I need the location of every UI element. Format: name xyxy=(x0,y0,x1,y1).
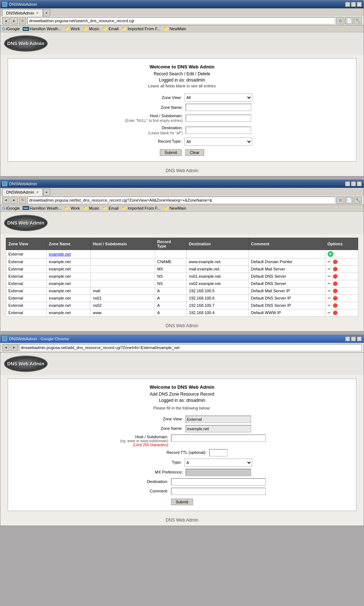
address-input-3[interactable] xyxy=(19,344,362,351)
refresh-btn-2[interactable]: ↻ xyxy=(19,197,26,204)
bookmark-hamilton[interactable]: twc Hamilton Weath... xyxy=(23,27,62,31)
col-host: Host / Subdomain xyxy=(91,238,155,250)
forward-btn-3[interactable]: ► xyxy=(11,344,18,351)
folder-icon-music-1: 📁 xyxy=(83,26,88,31)
add-destination-input[interactable] xyxy=(171,478,266,486)
record-type-select[interactable]: All xyxy=(185,138,252,146)
host-input[interactable] xyxy=(186,115,251,122)
star-icon-1[interactable]: ☆ xyxy=(336,17,344,24)
add-record-btn[interactable]: + xyxy=(328,251,333,257)
add-comment-input[interactable] xyxy=(171,488,266,495)
new-tab-btn-1[interactable]: + xyxy=(43,9,50,16)
back-btn-3[interactable]: ◄ xyxy=(2,344,9,351)
maximize-btn-1[interactable]: □ xyxy=(351,2,356,7)
new-tab-btn-2[interactable]: + xyxy=(43,189,50,196)
delete-btn[interactable]: 🔴 xyxy=(333,274,338,278)
add-mx-row: MX Preference: xyxy=(13,469,351,476)
delete-btn[interactable]: 🔴 xyxy=(333,260,338,264)
tab-close-2[interactable]: ✕ xyxy=(36,190,39,194)
edit-btn[interactable]: ✏ xyxy=(328,274,331,278)
back-btn-1[interactable]: ◄ xyxy=(2,17,9,24)
add-zone-view-label: Zone View: xyxy=(113,416,186,421)
add-ttl-input[interactable] xyxy=(209,449,228,456)
page-icon-1[interactable]: 📄 xyxy=(345,17,353,24)
address-input-1[interactable] xyxy=(27,17,335,24)
minimize-btn-3[interactable]: ─ xyxy=(345,336,350,341)
back-btn-2[interactable]: ◄ xyxy=(2,197,9,204)
bookmark-newmain-2[interactable]: 📁 NewMain xyxy=(163,206,186,211)
delete-btn[interactable]: 🔴 xyxy=(333,267,338,271)
bookmark-hamilton-2[interactable]: twc Hamilton Weath... xyxy=(23,206,62,210)
bookmark-hamilton-label: Hamilton Weath... xyxy=(30,27,62,31)
add-host-label-block: Host / Subdomain: (eg. www or www.subdom… xyxy=(98,435,171,447)
add-submit-btn[interactable]: Submit xyxy=(171,499,193,505)
bookmark-imported-1[interactable]: 📁 Imported From F... xyxy=(122,26,161,31)
add-host-hint2: (Limit 250 characters) xyxy=(98,443,168,447)
edit-btn[interactable]: ✏ xyxy=(328,303,331,308)
forward-btn-2[interactable]: ► xyxy=(11,197,18,204)
delete-btn[interactable]: 🔴 xyxy=(333,296,338,300)
dns-logo-text-1: DNS Web Admin xyxy=(7,41,44,46)
zone-name-link[interactable]: example.net xyxy=(49,252,71,256)
bookmark-work-1[interactable]: 📁 Work xyxy=(64,26,80,31)
edit-btn[interactable]: ✏ xyxy=(328,296,331,300)
address-bar-1: ◄ ► ↻ ☆ 📄 🔧 xyxy=(0,16,364,25)
tools-icon-2[interactable]: 🔧 xyxy=(354,197,362,204)
twc-icon: twc xyxy=(23,27,29,31)
row-options: ✏ 🔴 xyxy=(325,294,358,302)
maximize-btn-2[interactable]: □ xyxy=(351,181,356,186)
minimize-btn-1[interactable]: ─ xyxy=(345,2,350,7)
close-btn-2[interactable]: ✕ xyxy=(357,181,362,186)
refresh-btn-1[interactable]: ↻ xyxy=(19,17,26,24)
forward-btn-1[interactable]: ► xyxy=(11,17,18,24)
close-btn-3[interactable]: ✕ xyxy=(357,336,362,341)
close-btn-1[interactable]: ✕ xyxy=(357,2,362,7)
window-title-2: DNSWebAdmin xyxy=(9,182,37,186)
maximize-btn-3[interactable]: □ xyxy=(351,336,356,341)
destination-input[interactable] xyxy=(186,127,251,134)
delete-btn[interactable]: 🔴 xyxy=(333,303,338,308)
bookmark-music-2[interactable]: 📁 Music xyxy=(83,206,100,211)
add-type-select[interactable]: A AAAA CNAME MX NS xyxy=(185,459,252,467)
add-zone-name-row: Zone Name: xyxy=(13,425,351,432)
edit-btn[interactable]: ✏ xyxy=(328,281,331,286)
row-record-type: NS xyxy=(155,273,186,280)
minimize-btn-2[interactable]: ─ xyxy=(345,181,350,186)
bookmark-work-2[interactable]: 📁 Work xyxy=(64,206,80,211)
page-icon-2[interactable]: 📄 xyxy=(345,197,353,204)
zone-view-select[interactable]: All xyxy=(185,94,252,102)
star-icon-2[interactable]: ☆ xyxy=(336,197,344,204)
add-mx-input[interactable] xyxy=(186,469,251,476)
form-note-1: Leave all fields blank to see all entrie… xyxy=(13,84,351,88)
bookmark-igoogle-2[interactable]: G iGoogle xyxy=(2,206,20,210)
bookmark-email-1[interactable]: 📁 Email xyxy=(102,26,119,31)
zone-name-input[interactable] xyxy=(186,104,251,111)
window-title-3: DNSWebAdmin - Google Chrome xyxy=(9,337,69,341)
delete-btn[interactable]: 🔴 xyxy=(333,289,338,293)
edit-btn[interactable]: ✏ xyxy=(328,289,331,293)
bookmark-igoogle[interactable]: G iGoogle xyxy=(2,27,20,31)
delete-btn[interactable]: 🔴 xyxy=(333,310,338,315)
footer-2: DNS Web Admin xyxy=(0,320,364,331)
address-input-2[interactable] xyxy=(27,197,335,204)
delete-btn[interactable]: 🔴 xyxy=(333,281,338,286)
clear-btn-1[interactable]: Clear xyxy=(185,149,204,156)
edit-btn[interactable]: ✏ xyxy=(328,260,331,264)
tab-1[interactable]: DNSWebAdmin ✕ xyxy=(2,9,43,16)
add-form-subtitle: Add DNS Zone Resource Record xyxy=(13,392,351,397)
bookmark-email-2[interactable]: 📁 Email xyxy=(102,206,119,211)
tab-2[interactable]: DNSWebAdmin ✕ xyxy=(2,189,43,196)
zone-view-label: Zone View: xyxy=(112,95,185,100)
add-host-input[interactable] xyxy=(171,435,266,442)
bookmark-newmain-1[interactable]: 📁 NewMain xyxy=(163,26,186,31)
tab-close-1[interactable]: ✕ xyxy=(36,11,39,15)
add-form-note: Please fill in the following below: xyxy=(13,406,351,410)
edit-btn[interactable]: ✏ xyxy=(328,267,331,271)
dns-logo-2: DNS Web Admin xyxy=(4,215,48,231)
bookmark-imported-2[interactable]: 📁 Imported From F... xyxy=(122,206,161,211)
bookmark-music-1[interactable]: 📁 Music xyxy=(83,26,100,31)
submit-btn-1[interactable]: Submit xyxy=(160,149,182,156)
folder-icon-imported-2: 📁 xyxy=(122,206,127,211)
tools-icon-1[interactable]: 🔧 xyxy=(354,17,362,24)
edit-btn[interactable]: ✏ xyxy=(328,310,331,315)
